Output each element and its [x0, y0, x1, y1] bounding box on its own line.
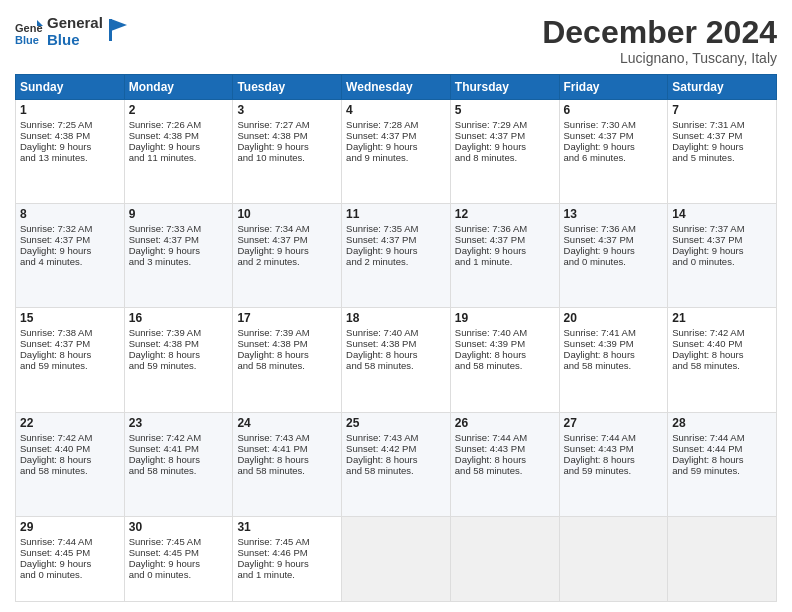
cell-info: and 3 minutes. [129, 256, 229, 267]
svg-marker-3 [111, 19, 127, 31]
logo-icon: General Blue [15, 18, 43, 46]
cell-info: Daylight: 9 hours [20, 245, 120, 256]
calendar-cell: 21Sunrise: 7:42 AMSunset: 4:40 PMDayligh… [668, 308, 777, 412]
cell-info: Daylight: 9 hours [564, 245, 664, 256]
cell-info: and 58 minutes. [564, 360, 664, 371]
calendar-cell [450, 516, 559, 601]
cell-info: Sunrise: 7:40 AM [346, 327, 446, 338]
cell-info: Daylight: 8 hours [455, 454, 555, 465]
calendar-cell: 29Sunrise: 7:44 AMSunset: 4:45 PMDayligh… [16, 516, 125, 601]
cell-info: Daylight: 9 hours [129, 558, 229, 569]
weekday-header-friday: Friday [559, 75, 668, 100]
calendar-cell: 4Sunrise: 7:28 AMSunset: 4:37 PMDaylight… [342, 100, 451, 204]
calendar-cell: 15Sunrise: 7:38 AMSunset: 4:37 PMDayligh… [16, 308, 125, 412]
cell-info: and 13 minutes. [20, 152, 120, 163]
cell-info: Sunrise: 7:39 AM [237, 327, 337, 338]
cell-info: Sunrise: 7:33 AM [129, 223, 229, 234]
cell-info: Daylight: 8 hours [237, 454, 337, 465]
cell-info: Daylight: 9 hours [564, 141, 664, 152]
calendar-cell: 5Sunrise: 7:29 AMSunset: 4:37 PMDaylight… [450, 100, 559, 204]
calendar-cell: 11Sunrise: 7:35 AMSunset: 4:37 PMDayligh… [342, 204, 451, 308]
cell-info: and 4 minutes. [20, 256, 120, 267]
calendar-cell: 2Sunrise: 7:26 AMSunset: 4:38 PMDaylight… [124, 100, 233, 204]
day-number: 17 [237, 311, 337, 325]
cell-info: Sunset: 4:45 PM [129, 547, 229, 558]
calendar-cell: 6Sunrise: 7:30 AMSunset: 4:37 PMDaylight… [559, 100, 668, 204]
day-number: 30 [129, 520, 229, 534]
cell-info: Daylight: 8 hours [564, 349, 664, 360]
calendar-cell: 9Sunrise: 7:33 AMSunset: 4:37 PMDaylight… [124, 204, 233, 308]
title-block: December 2024 Lucignano, Tuscany, Italy [542, 15, 777, 66]
day-number: 11 [346, 207, 446, 221]
cell-info: Sunrise: 7:42 AM [672, 327, 772, 338]
cell-info: and 0 minutes. [672, 256, 772, 267]
day-number: 26 [455, 416, 555, 430]
day-number: 18 [346, 311, 446, 325]
day-number: 12 [455, 207, 555, 221]
cell-info: and 8 minutes. [455, 152, 555, 163]
day-number: 23 [129, 416, 229, 430]
calendar-cell: 19Sunrise: 7:40 AMSunset: 4:39 PMDayligh… [450, 308, 559, 412]
cell-info: Sunrise: 7:35 AM [346, 223, 446, 234]
cell-info: Daylight: 8 hours [672, 454, 772, 465]
calendar-table: SundayMondayTuesdayWednesdayThursdayFrid… [15, 74, 777, 602]
cell-info: and 58 minutes. [346, 465, 446, 476]
calendar-cell: 7Sunrise: 7:31 AMSunset: 4:37 PMDaylight… [668, 100, 777, 204]
cell-info: Sunset: 4:38 PM [20, 130, 120, 141]
cell-info: Sunset: 4:39 PM [564, 338, 664, 349]
cell-info: Daylight: 8 hours [346, 454, 446, 465]
day-number: 31 [237, 520, 337, 534]
cell-info: Sunset: 4:37 PM [564, 234, 664, 245]
cell-info: Daylight: 9 hours [237, 141, 337, 152]
weekday-header-saturday: Saturday [668, 75, 777, 100]
cell-info: Daylight: 9 hours [237, 558, 337, 569]
calendar-cell: 18Sunrise: 7:40 AMSunset: 4:38 PMDayligh… [342, 308, 451, 412]
calendar-cell: 12Sunrise: 7:36 AMSunset: 4:37 PMDayligh… [450, 204, 559, 308]
cell-info: Sunrise: 7:42 AM [20, 432, 120, 443]
cell-info: Sunset: 4:43 PM [564, 443, 664, 454]
cell-info: and 58 minutes. [455, 465, 555, 476]
calendar-cell: 3Sunrise: 7:27 AMSunset: 4:38 PMDaylight… [233, 100, 342, 204]
weekday-header-thursday: Thursday [450, 75, 559, 100]
day-number: 4 [346, 103, 446, 117]
cell-info: Sunrise: 7:38 AM [20, 327, 120, 338]
day-number: 21 [672, 311, 772, 325]
cell-info: Daylight: 9 hours [346, 141, 446, 152]
cell-info: Sunrise: 7:29 AM [455, 119, 555, 130]
cell-info: Daylight: 9 hours [455, 141, 555, 152]
logo-flag-icon [109, 19, 127, 41]
calendar-cell: 8Sunrise: 7:32 AMSunset: 4:37 PMDaylight… [16, 204, 125, 308]
cell-info: Daylight: 9 hours [20, 558, 120, 569]
cell-info: Daylight: 9 hours [672, 141, 772, 152]
cell-info: Sunrise: 7:44 AM [20, 536, 120, 547]
cell-info: Sunrise: 7:31 AM [672, 119, 772, 130]
cell-info: Daylight: 9 hours [346, 245, 446, 256]
cell-info: Sunset: 4:37 PM [672, 130, 772, 141]
cell-info: Sunset: 4:41 PM [129, 443, 229, 454]
cell-info: Sunrise: 7:34 AM [237, 223, 337, 234]
weekday-header-tuesday: Tuesday [233, 75, 342, 100]
cell-info: Daylight: 8 hours [672, 349, 772, 360]
cell-info: Sunrise: 7:44 AM [455, 432, 555, 443]
cell-info: Sunset: 4:40 PM [672, 338, 772, 349]
cell-info: Daylight: 8 hours [237, 349, 337, 360]
cell-info: and 58 minutes. [346, 360, 446, 371]
cell-info: and 58 minutes. [237, 465, 337, 476]
page: General Blue General Blue December 2024 … [0, 0, 792, 612]
cell-info: and 0 minutes. [20, 569, 120, 580]
cell-info: Sunset: 4:37 PM [129, 234, 229, 245]
cell-info: Sunrise: 7:43 AM [237, 432, 337, 443]
cell-info: Daylight: 9 hours [237, 245, 337, 256]
day-number: 2 [129, 103, 229, 117]
cell-info: Daylight: 8 hours [455, 349, 555, 360]
svg-rect-4 [109, 19, 112, 41]
day-number: 24 [237, 416, 337, 430]
cell-info: Sunrise: 7:44 AM [564, 432, 664, 443]
calendar-cell: 31Sunrise: 7:45 AMSunset: 4:46 PMDayligh… [233, 516, 342, 601]
cell-info: and 59 minutes. [20, 360, 120, 371]
calendar-cell: 28Sunrise: 7:44 AMSunset: 4:44 PMDayligh… [668, 412, 777, 516]
cell-info: and 11 minutes. [129, 152, 229, 163]
calendar-cell: 16Sunrise: 7:39 AMSunset: 4:38 PMDayligh… [124, 308, 233, 412]
cell-info: and 0 minutes. [564, 256, 664, 267]
cell-info: Daylight: 9 hours [455, 245, 555, 256]
